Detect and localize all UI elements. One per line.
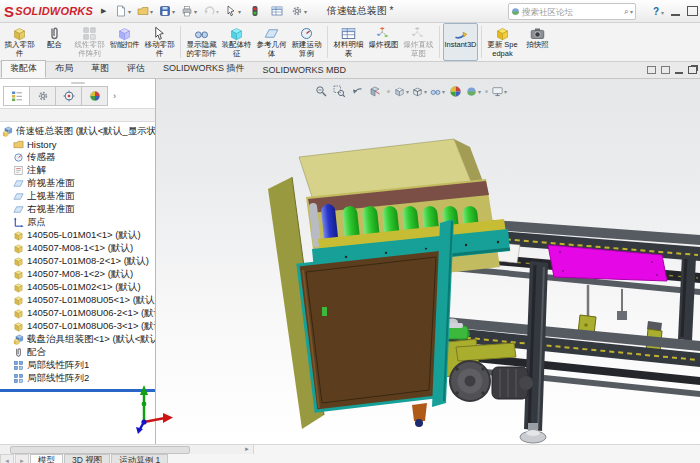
tab-3d-views[interactable]: 3D 视图 <box>64 454 110 463</box>
hide-show-items-icon[interactable] <box>430 84 445 99</box>
ribbon-button-mate[interactable]: 配合 <box>37 23 72 61</box>
tab-assembly[interactable]: 装配体 <box>1 60 46 78</box>
tree-item-component[interactable]: 140507-M08-1<1> (默认) <box>0 242 155 255</box>
ribbon-button-reference-geometry[interactable]: 参考几何体 <box>254 23 289 61</box>
ribbon-button-update-speedpak[interactable]: 更新 Speedpak <box>485 23 520 61</box>
search-box[interactable]: ⌕ <box>508 3 636 20</box>
tab-scroll-right-icon[interactable]: ► <box>15 454 29 463</box>
tree-item-mates[interactable]: 配合 <box>0 346 155 359</box>
tree-item-subassembly[interactable]: 载盘治具组装图<1> (默认<默认_显 <box>0 333 155 346</box>
tree-item-right-plane[interactable]: 右视基准面 <box>0 203 155 216</box>
save-button[interactable] <box>156 2 177 20</box>
tab-scroll-left-icon[interactable]: ◄ <box>0 454 14 463</box>
ribbon-button-exploded-view[interactable]: 爆炸视图 <box>366 23 401 61</box>
feature-manager-tabs: › <box>0 86 155 106</box>
part-icon <box>13 230 24 241</box>
search-magnifier-icon[interactable]: ⌕ <box>624 6 633 17</box>
horizontal-scrollbar[interactable]: ► <box>0 445 254 454</box>
edit-appearance-icon[interactable] <box>448 84 463 99</box>
displaymanager-tab[interactable] <box>81 86 108 106</box>
quick-access-toolbar <box>112 2 309 20</box>
section-view-icon[interactable] <box>368 84 383 99</box>
assembly-icon <box>2 126 13 137</box>
panel-grip[interactable] <box>0 79 155 86</box>
tree-item-component[interactable]: 140507-L01M08U05<1> (默认<< <box>0 294 155 307</box>
view-orientation-icon[interactable] <box>394 84 409 99</box>
tree-item-component[interactable]: 140505-L01M02<1> (默认) <box>0 281 155 294</box>
configurationmanager-tab[interactable] <box>55 86 82 106</box>
tree-item-annotations[interactable]: 注解 <box>0 164 155 177</box>
ribbon-button-instant3d[interactable]: Instant3D <box>443 23 478 61</box>
help-button[interactable]: ? <box>653 6 664 17</box>
ribbon-button-new-motion-study[interactable]: 新建运动算例 <box>289 23 324 61</box>
ribbon-button-assembly-features[interactable]: 装配体特征 <box>219 23 254 61</box>
solidworks-window: S SOLIDWORKS ▶ 倍速链总装图 * ⌕ ? 插入零部件 配合 线性零… <box>0 0 700 463</box>
tree-item-component[interactable]: 140507-L01M08U06-2<1> (默认< <box>0 307 155 320</box>
zoom-to-fit-icon[interactable] <box>314 84 329 99</box>
panel-filter-band <box>0 108 155 122</box>
tab-solidworks-addins[interactable]: SOLIDWORKS 插件 <box>154 60 254 78</box>
center-post[interactable] <box>524 261 548 431</box>
part-icon <box>13 282 24 293</box>
tree-item-component[interactable]: 140507-L01M08U06-3<1> (默认< <box>0 320 155 333</box>
model-3d[interactable] <box>156 79 700 444</box>
doc-minimize-icon[interactable] <box>675 65 683 74</box>
settings-gear-button[interactable] <box>288 2 309 20</box>
tree-item-component[interactable]: 140505-L01M01<1> (默认) <box>0 229 155 242</box>
right-post[interactable] <box>678 255 696 341</box>
ribbon-button-bill-of-materials[interactable]: 材料明细表 <box>331 23 366 61</box>
ribbon-button-insert-component[interactable]: 插入零部件 <box>2 23 37 61</box>
open-file-button[interactable] <box>134 2 155 20</box>
tree-item-component[interactable]: 140507-L01M08-2<1> (默认) <box>0 255 155 268</box>
tab-layout[interactable]: 布局 <box>46 60 82 78</box>
pane-icon[interactable] <box>647 66 656 74</box>
tab-evaluate[interactable]: 评估 <box>118 60 154 78</box>
ribbon-button-linear-component-pattern[interactable]: 线性零部件阵列 <box>72 23 107 61</box>
ribbon-button-smart-fasteners[interactable]: 智能扣件 <box>107 23 142 61</box>
scroll-right-icon[interactable]: ► <box>242 445 252 453</box>
tree-item-linear-pattern[interactable]: 局部线性阵列1 <box>0 359 155 372</box>
options-table-button[interactable] <box>266 2 287 20</box>
ribbon-button-explode-line-sketch[interactable]: 爆炸直线草图 <box>401 23 436 61</box>
maximize-icon[interactable] <box>687 6 698 16</box>
tree-item-component[interactable]: 140507-M08-1<2> (默认) <box>0 268 155 281</box>
doc-restore-icon[interactable] <box>688 66 697 74</box>
tab-model[interactable]: 模型 <box>30 454 63 463</box>
window-controls: ? <box>653 0 698 22</box>
tree-item-top-plane[interactable]: 上视基准面 <box>0 190 155 203</box>
zoom-to-area-icon[interactable] <box>332 84 347 99</box>
document-window-controls <box>647 65 697 74</box>
tab-sketch[interactable]: 草图 <box>82 60 118 78</box>
tree-item-front-plane[interactable]: 前视基准面 <box>0 177 155 190</box>
pane-icon[interactable] <box>661 66 670 74</box>
new-file-button[interactable] <box>112 2 133 20</box>
tab-motion-study-1[interactable]: 运动算例 1 <box>111 454 168 463</box>
previous-view-icon[interactable] <box>350 84 365 99</box>
tree-item-sensors[interactable]: 传感器 <box>0 151 155 164</box>
apply-scene-icon[interactable] <box>466 84 481 99</box>
view-settings-icon[interactable] <box>492 84 507 99</box>
scrollbar-thumb[interactable] <box>10 446 190 454</box>
rebuild-button[interactable] <box>244 2 265 20</box>
featuremanager-tree-tab[interactable] <box>3 86 30 106</box>
tree-item-history[interactable]: History <box>0 138 155 151</box>
tab-solidworks-mbd[interactable]: SOLIDWORKS MBD <box>254 63 356 78</box>
document-title: 倍速链总装图 * <box>327 4 394 18</box>
menu-expand-icon[interactable]: ▶ <box>101 7 106 15</box>
tree-root-assembly[interactable]: 倍速链总装图 (默认<默认_显示状态-1> <box>0 125 155 138</box>
ribbon-button-take-snapshot[interactable]: 拍快照 <box>520 23 555 61</box>
display-style-icon[interactable] <box>412 84 427 99</box>
panel-tabs-overflow-icon[interactable]: › <box>113 91 116 101</box>
new-motion-study-icon <box>299 26 314 41</box>
select-cursor-button[interactable] <box>222 2 243 20</box>
propertymanager-tab[interactable] <box>29 86 56 106</box>
ribbon-button-show-hidden-components[interactable]: 显示隐藏的零部件 <box>184 23 219 61</box>
tree-item-origin[interactable]: 原点 <box>0 216 155 229</box>
undo-button[interactable] <box>200 2 221 20</box>
graphics-viewport[interactable] <box>156 79 700 444</box>
search-input[interactable] <box>520 6 624 18</box>
reference-plane-icon <box>13 191 24 202</box>
minimize-icon[interactable] <box>671 6 680 16</box>
ribbon-button-move-component[interactable]: 移动零部件 <box>142 23 177 61</box>
print-button[interactable] <box>178 2 199 20</box>
